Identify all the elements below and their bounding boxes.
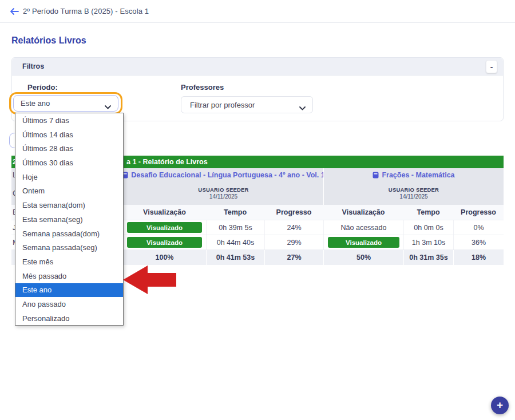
column-header: Visualização — [323, 205, 403, 220]
summary-cell: 0h 41m 53s — [206, 250, 264, 265]
teacher-cell: USUARIO SEEDER 14/11/2025 — [323, 182, 504, 205]
dropdown-option[interactable]: Esta semana(dom) — [15, 198, 123, 212]
plus-icon: + — [497, 399, 503, 411]
period-dropdown-list: Últimos 7 dias Últimos 14 dias Últimos 2… — [15, 113, 124, 326]
collapse-filters-button[interactable]: - — [486, 60, 497, 73]
top-bar: 2º Período Turma B (2025) - Escola 1 — [0, 0, 515, 23]
add-button[interactable]: + — [491, 397, 509, 414]
report-title-fragment: a 1 - Relatório de Livros — [126, 158, 208, 166]
summary-cell: 0h 31m 35s — [403, 250, 453, 265]
visualization-cell: Visualizado — [123, 220, 206, 235]
dropdown-option[interactable]: Semana passada(dom) — [15, 227, 123, 241]
dropdown-option[interactable]: Últimos 7 dias — [15, 113, 123, 128]
period-label: Período: — [27, 83, 58, 92]
dropdown-option[interactable]: Semana passada(seg) — [15, 240, 123, 255]
time-cell: 0h 0m 0s — [403, 220, 453, 235]
arrow-left-icon — [10, 8, 19, 15]
dropdown-option[interactable]: Últimos 28 dias — [15, 141, 123, 156]
book-header-cell: Frações - Matemática — [323, 168, 504, 182]
filters-header: Filtros - — [12, 58, 503, 76]
summary-cell: 18% — [453, 250, 504, 265]
teacher-name: USUARIO SEEDER — [389, 187, 439, 193]
progress-cell: 0% — [453, 220, 504, 235]
column-header: Visualização — [123, 205, 206, 220]
report-page: 2º Período Turma B (2025) - Escola 1 Rel… — [0, 0, 515, 420]
period-select[interactable]: Este ano — [13, 95, 118, 112]
dropdown-option[interactable]: Ano passado — [15, 297, 123, 311]
book-header-cell: Desafio Educacional - Língua Portuguesa … — [123, 168, 323, 182]
red-arrow-annotation — [122, 263, 179, 296]
status-badge: Visualizado — [328, 237, 399, 248]
chevron-down-icon — [105, 102, 111, 111]
summary-cell: 50% — [323, 250, 403, 265]
book-link[interactable]: Frações - Matemática — [373, 171, 454, 179]
dropdown-option[interactable]: Hoje — [15, 170, 123, 184]
teacher-date: 14/11/2025 — [209, 193, 237, 201]
book-icon — [123, 172, 128, 179]
book-title: Desafio Educacional - Língua Portuguesa … — [131, 171, 323, 179]
progress-cell: 24% — [264, 220, 323, 235]
column-header: Tempo — [403, 205, 453, 220]
breadcrumb-title: 2º Período Turma B (2025) - Escola 1 — [23, 7, 149, 15]
professors-label: Professores — [181, 83, 224, 92]
column-header: Progresso — [264, 205, 323, 220]
period-select-value: Este ano — [21, 99, 50, 108]
summary-cell: 27% — [264, 250, 323, 265]
column-header: Tempo — [206, 205, 264, 220]
dropdown-option[interactable]: Mês passado — [15, 269, 123, 283]
time-cell: 0h 44m 40s — [206, 235, 264, 249]
progress-cell: 36% — [453, 235, 504, 249]
filters-panel: Filtros - Período: Professores Este ano … — [11, 57, 504, 121]
dropdown-option[interactable]: Últimos 30 dias — [15, 156, 123, 170]
page-title: Relatórios Livros — [11, 35, 86, 46]
chevron-down-icon — [299, 104, 306, 112]
teacher-cell: USUARIO SEEDER 14/11/2025 — [123, 182, 323, 205]
status-badge: Visualizado — [127, 222, 202, 233]
professors-select-placeholder: Filtrar por professor — [190, 101, 255, 109]
dropdown-option[interactable]: Personalizado — [15, 311, 123, 326]
time-cell: 0h 39m 5s — [206, 220, 264, 235]
book-title: Frações - Matemática — [382, 171, 454, 179]
dropdown-option[interactable]: Últimos 14 dias — [15, 128, 123, 142]
dropdown-option[interactable]: Esta semana(seg) — [15, 212, 123, 227]
progress-cell: 29% — [264, 235, 323, 249]
book-link[interactable]: Desafio Educacional - Língua Portuguesa … — [123, 171, 323, 179]
visualization-cell: Visualizado — [123, 235, 206, 249]
visualization-cell: Não acessado — [323, 220, 403, 235]
dropdown-option[interactable]: Este mês — [15, 255, 123, 269]
time-cell: 1h 3m 10s — [403, 235, 453, 249]
status-badge: Visualizado — [127, 237, 202, 248]
dropdown-option[interactable]: Ontem — [15, 184, 123, 199]
teacher-date: 14/11/2025 — [399, 193, 427, 201]
visualization-cell: Visualizado — [323, 235, 403, 249]
filters-title: Filtros — [22, 62, 44, 70]
back-button[interactable] — [8, 5, 21, 18]
book-icon — [373, 172, 379, 179]
teacher-name: USUARIO SEEDER — [198, 187, 248, 193]
column-header: Progresso — [453, 205, 504, 220]
dropdown-option-selected[interactable]: Este ano — [15, 283, 123, 298]
professors-select[interactable]: Filtrar por professor — [181, 96, 313, 113]
